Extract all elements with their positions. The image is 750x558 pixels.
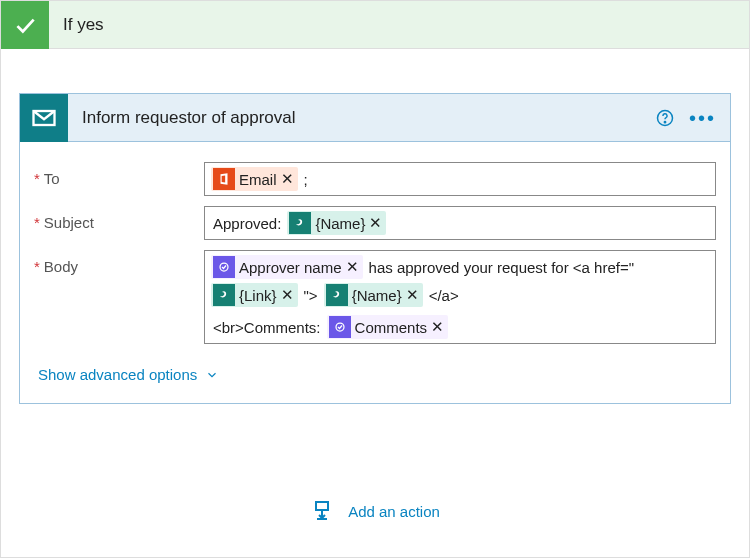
row-body: *Body Approver name ✕ has approved your … <box>34 250 716 344</box>
mail-icon <box>20 94 68 142</box>
label-body: *Body <box>34 250 204 275</box>
add-action-icon <box>310 499 334 523</box>
svg-point-2 <box>664 121 665 122</box>
sharepoint-icon <box>289 212 311 234</box>
token-email[interactable]: Email ✕ <box>211 167 298 191</box>
sharepoint-icon <box>326 284 348 306</box>
row-subject: *Subject Approved: {Name} ✕ <box>34 206 716 240</box>
help-icon[interactable] <box>655 108 675 128</box>
action-card: Inform requestor of approval ••• *To <box>19 93 731 404</box>
sharepoint-icon <box>213 284 235 306</box>
row-to: *To Email ✕ ; <box>34 162 716 196</box>
field-to[interactable]: Email ✕ ; <box>204 162 716 196</box>
approval-icon <box>213 256 235 278</box>
condition-header[interactable]: If yes <box>1 1 749 49</box>
label-to: *To <box>34 162 204 187</box>
field-subject[interactable]: Approved: {Name} ✕ <box>204 206 716 240</box>
more-icon[interactable]: ••• <box>689 113 716 123</box>
label-subject: *Subject <box>34 206 204 231</box>
remove-token-icon[interactable]: ✕ <box>369 214 382 232</box>
remove-token-icon[interactable]: ✕ <box>281 286 294 304</box>
svg-rect-5 <box>316 502 328 510</box>
check-icon <box>1 1 49 49</box>
chevron-down-icon <box>205 368 219 382</box>
remove-token-icon[interactable]: ✕ <box>346 258 359 276</box>
add-action-button[interactable]: Add an action <box>1 499 749 523</box>
remove-token-icon[interactable]: ✕ <box>406 286 419 304</box>
remove-token-icon[interactable]: ✕ <box>431 318 444 336</box>
flow-designer-canvas: If yes Inform requestor of approval ••• <box>0 0 750 558</box>
action-card-title: Inform requestor of approval <box>82 108 655 128</box>
action-card-body: *To Email ✕ ; *Subject Approved: <box>20 142 730 403</box>
token-comments[interactable]: Comments ✕ <box>327 315 449 339</box>
token-link[interactable]: {Link} ✕ <box>211 283 298 307</box>
condition-title: If yes <box>63 15 104 35</box>
token-name-subject[interactable]: {Name} ✕ <box>287 211 386 235</box>
approval-icon <box>329 316 351 338</box>
token-name-body[interactable]: {Name} ✕ <box>324 283 423 307</box>
show-advanced-options-link[interactable]: Show advanced options <box>38 366 219 383</box>
field-body[interactable]: Approver name ✕ has approved your reques… <box>204 250 716 344</box>
office-icon <box>213 168 235 190</box>
remove-token-icon[interactable]: ✕ <box>281 170 294 188</box>
action-card-header[interactable]: Inform requestor of approval ••• <box>20 94 730 142</box>
token-approver[interactable]: Approver name ✕ <box>211 255 363 279</box>
